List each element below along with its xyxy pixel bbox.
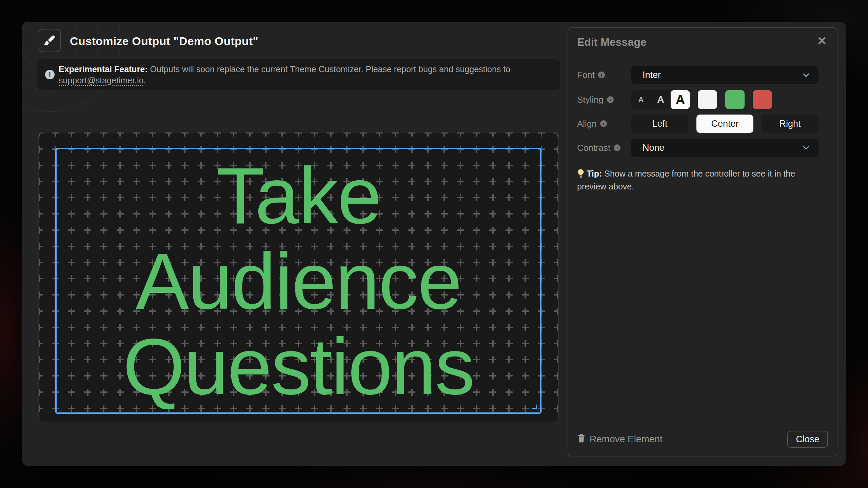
remove-element-button[interactable]: Remove Element: [577, 433, 663, 445]
resize-handle[interactable]: [532, 405, 537, 409]
remove-element-label: Remove Element: [590, 434, 663, 445]
size-small-button[interactable]: A: [631, 90, 651, 109]
experimental-banner: i Experimental Feature: Outputs will soo…: [37, 59, 560, 90]
align-left-button[interactable]: Left: [631, 115, 688, 133]
message-line: Audience: [136, 238, 461, 324]
tip-text: Tip: Show a message from the controller …: [577, 168, 808, 192]
selected-element[interactable]: Take Audience Questions: [55, 148, 541, 414]
customize-output-dialog: Customize Output "Demo Output" i Experim…: [22, 22, 846, 466]
lightbulb-icon: [577, 169, 585, 181]
chevron-down-icon: [803, 71, 809, 77]
paintbrush-icon: [38, 29, 61, 52]
edit-message-panel: Edit Message × Font i Inter Styling i A: [568, 27, 837, 456]
info-icon: i: [607, 96, 614, 103]
size-large-button[interactable]: A: [671, 90, 690, 109]
contrast-row: Contrast i None: [577, 139, 828, 157]
banner-text: Experimental Feature: Outputs will soon …: [59, 64, 544, 86]
align-right-button[interactable]: Right: [762, 115, 818, 133]
align-row: Align i Left Center Right: [577, 115, 828, 133]
info-icon: i: [614, 144, 620, 151]
message-line: Take: [216, 153, 381, 238]
banner-suffix: .: [144, 76, 146, 85]
font-select[interactable]: Inter: [631, 66, 818, 84]
info-icon: i: [45, 70, 55, 79]
page-title: Customize Output "Demo Output": [70, 35, 258, 48]
output-preview: Take Audience Questions: [38, 132, 559, 422]
styling-label: Styling: [577, 95, 604, 105]
panel-title: Edit Message: [577, 36, 647, 48]
panel-footer: Remove Element Close: [577, 431, 828, 448]
contrast-select-value: None: [643, 143, 665, 153]
size-medium-button[interactable]: A: [651, 90, 671, 109]
support-email-link[interactable]: support@stagetimer.io: [59, 76, 144, 85]
banner-bold: Experimental Feature:: [59, 64, 148, 74]
message-line: Questions: [123, 324, 474, 409]
contrast-label: Contrast: [577, 143, 610, 153]
text-size-group: A A A: [631, 90, 690, 109]
align-label: Align: [577, 119, 597, 129]
color-swatch-red[interactable]: [753, 90, 772, 109]
color-swatch-green[interactable]: [725, 90, 745, 109]
banner-body: Outputs will soon replace the current Th…: [148, 64, 511, 74]
font-row: Font i Inter: [577, 66, 828, 84]
color-swatch-white[interactable]: [698, 90, 717, 109]
info-icon: i: [598, 72, 605, 78]
chevron-down-icon: [803, 143, 809, 149]
font-label: Font: [577, 70, 595, 80]
trash-icon: [577, 433, 586, 445]
close-button[interactable]: Close: [787, 431, 828, 448]
info-icon: i: [600, 120, 607, 127]
tip-bold: Tip:: [587, 169, 602, 178]
tip-body: Show a message from the controller to se…: [577, 169, 795, 191]
close-icon[interactable]: ×: [813, 32, 831, 49]
app-background: { "window": { "title": "Customize Output…: [0, 0, 868, 488]
font-select-value: Inter: [643, 70, 661, 80]
align-center-button[interactable]: Center: [696, 115, 753, 133]
styling-row: Styling i A A A: [577, 90, 828, 109]
contrast-select[interactable]: None: [631, 139, 818, 157]
